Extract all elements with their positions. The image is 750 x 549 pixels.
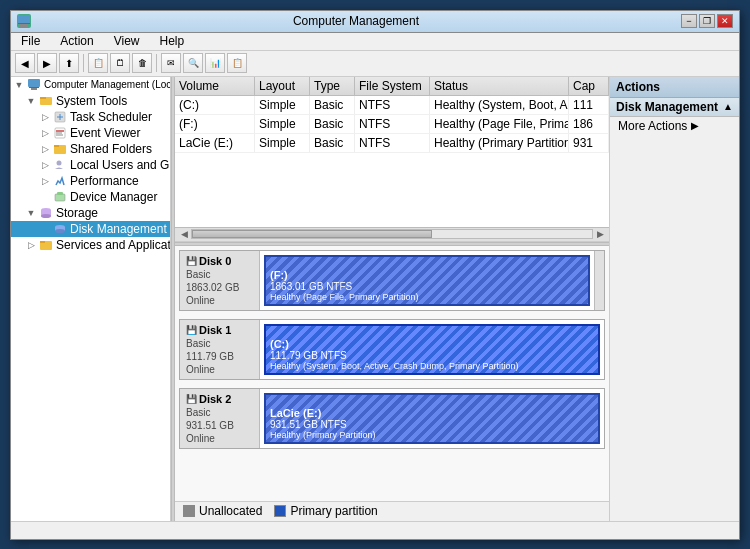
- toolbar: ◀ ▶ ⬆ 📋 🗒 🗑 ✉ 🔍 📊 📋: [11, 51, 739, 77]
- row2-volume: LaCie (E:): [175, 134, 255, 152]
- table-row[interactable]: LaCie (E:) Simple Basic NTFS Healthy (Pr…: [175, 134, 609, 153]
- table-horizontal-scrollbar[interactable]: ◀ ▶: [175, 227, 609, 241]
- disk-1-partitions: (C:) 111.79 GB NTFS Healthy (System, Boo…: [260, 320, 604, 379]
- table-row[interactable]: (F:) Simple Basic NTFS Healthy (Page Fil…: [175, 115, 609, 134]
- scroll-track[interactable]: [191, 229, 593, 239]
- scroll-right-btn[interactable]: ▶: [593, 229, 607, 239]
- task-scheduler-label: Task Scheduler: [70, 110, 152, 124]
- performance-label: Performance: [70, 174, 139, 188]
- actions-more-actions[interactable]: More Actions ▶: [610, 117, 739, 135]
- restore-button[interactable]: ❐: [699, 14, 715, 28]
- storage-expander[interactable]: ▼: [25, 207, 37, 219]
- row1-fs: NTFS: [355, 115, 430, 133]
- services-expander[interactable]: ▷: [25, 239, 37, 251]
- disk-1-row: 💾 Disk 1 Basic 111.79 GB Online (C:) 111…: [179, 319, 605, 380]
- event-viewer-label: Event Viewer: [70, 126, 140, 140]
- scroll-left-btn[interactable]: ◀: [177, 229, 191, 239]
- task-scheduler-expander[interactable]: ▷: [39, 111, 51, 123]
- minimize-button[interactable]: −: [681, 14, 697, 28]
- system-tools-expander[interactable]: ▼: [25, 95, 37, 107]
- col-filesystem[interactable]: File System: [355, 77, 430, 95]
- disk-1-title: Disk 1: [199, 324, 231, 336]
- disk-area-scrollbar[interactable]: [594, 251, 604, 310]
- col-volume[interactable]: Volume: [175, 77, 255, 95]
- toolbar-btn-3[interactable]: 🗑: [132, 53, 152, 73]
- disk-0-partition-0[interactable]: (F:) 1863.01 GB NTFS Healthy (Page File,…: [264, 255, 590, 306]
- partition-name: (F:): [270, 269, 584, 281]
- row0-fs: NTFS: [355, 96, 430, 114]
- tree-item-performance[interactable]: ▷ Performance: [11, 173, 170, 189]
- svg-rect-0: [18, 15, 30, 23]
- toolbar-btn-6[interactable]: 📊: [205, 53, 225, 73]
- table-row[interactable]: (C:) Simple Basic NTFS Healthy (System, …: [175, 96, 609, 115]
- table-header: Volume Layout Type File System Status Ca…: [175, 77, 609, 96]
- tree-item-system-tools[interactable]: ▼ System Tools: [11, 93, 170, 109]
- partition-details: 931.51 GB NTFS: [270, 419, 594, 430]
- device-manager-expander[interactable]: [39, 191, 51, 203]
- toolbar-btn-7[interactable]: 📋: [227, 53, 247, 73]
- disk-0-icon: 💾: [186, 256, 197, 266]
- tree-item-disk-management[interactable]: Disk Management: [11, 221, 170, 237]
- disk-0-label: 💾 Disk 0 Basic 1863.02 GB Online: [180, 251, 260, 310]
- disk-1-icon: 💾: [186, 325, 197, 335]
- col-cap[interactable]: Cap: [569, 77, 609, 95]
- disk-0-type: Basic: [186, 269, 253, 280]
- disk-1-status: Online: [186, 364, 253, 375]
- device-manager-icon: [53, 190, 67, 204]
- window-title: Computer Management: [31, 14, 681, 28]
- menu-action[interactable]: Action: [54, 33, 99, 49]
- event-viewer-expander[interactable]: ▷: [39, 127, 51, 139]
- toolbar-btn-5[interactable]: 🔍: [183, 53, 203, 73]
- shared-folders-expander[interactable]: ▷: [39, 143, 51, 155]
- toolbar-btn-4[interactable]: ✉: [161, 53, 181, 73]
- row2-fs: NTFS: [355, 134, 430, 152]
- root-expander[interactable]: ▼: [13, 79, 25, 91]
- tree-item-event-viewer[interactable]: ▷ Event Viewer: [11, 125, 170, 141]
- row2-status: Healthy (Primary Partition): [430, 134, 569, 152]
- app-icon: [17, 14, 31, 28]
- row2-layout: Simple: [255, 134, 310, 152]
- performance-expander[interactable]: ▷: [39, 175, 51, 187]
- tree-item-services[interactable]: ▷ Services and Applications: [11, 237, 170, 253]
- more-actions-arrow: ▶: [691, 120, 699, 131]
- row1-cap: 186: [569, 115, 609, 133]
- row0-type: Basic: [310, 96, 355, 114]
- menu-file[interactable]: File: [15, 33, 46, 49]
- row2-type: Basic: [310, 134, 355, 152]
- forward-button[interactable]: ▶: [37, 53, 57, 73]
- show-console-tree-button[interactable]: 📋: [88, 53, 108, 73]
- col-layout[interactable]: Layout: [255, 77, 310, 95]
- toolbar-separator-2: [156, 54, 157, 72]
- row0-layout: Simple: [255, 96, 310, 114]
- local-users-icon: [53, 158, 67, 172]
- tree-item-storage[interactable]: ▼ Storage: [11, 205, 170, 221]
- svg-point-22: [41, 214, 51, 218]
- tree-item-shared-folders[interactable]: ▷ Shared Folders: [11, 141, 170, 157]
- svg-rect-2: [18, 23, 30, 24]
- disk-management-expander[interactable]: [39, 223, 51, 235]
- disk-1-partition-0[interactable]: (C:) 111.79 GB NTFS Healthy (System, Boo…: [264, 324, 600, 375]
- col-type[interactable]: Type: [310, 77, 355, 95]
- svg-rect-19: [57, 192, 63, 195]
- tree-item-task-scheduler[interactable]: ▷ Task Scheduler: [11, 109, 170, 125]
- disk-0-partitions: (F:) 1863.01 GB NTFS Healthy (Page File,…: [260, 251, 594, 310]
- tree-root[interactable]: ▼ Computer Management (Local: [11, 77, 170, 93]
- tree-panel: ▼ Computer Management (Local ▼ System To…: [11, 77, 171, 521]
- legend-unallocated: Unallocated: [183, 504, 262, 518]
- toolbar-btn-2[interactable]: 🗒: [110, 53, 130, 73]
- disk-2-partition-0[interactable]: LaCie (E:) 931.51 GB NTFS Healthy (Prima…: [264, 393, 600, 444]
- menu-view[interactable]: View: [108, 33, 146, 49]
- disk-0-size: 1863.02 GB: [186, 282, 253, 293]
- close-button[interactable]: ✕: [717, 14, 733, 28]
- local-users-expander[interactable]: ▷: [39, 159, 51, 171]
- col-status[interactable]: Status: [430, 77, 569, 95]
- scroll-thumb[interactable]: [192, 230, 432, 238]
- legend-unallocated-label: Unallocated: [199, 504, 262, 518]
- system-tools-label: System Tools: [56, 94, 127, 108]
- tree-item-device-manager[interactable]: Device Manager: [11, 189, 170, 205]
- back-button[interactable]: ◀: [15, 53, 35, 73]
- tree-item-local-users[interactable]: ▷ Local Users and Groups: [11, 157, 170, 173]
- menu-help[interactable]: Help: [154, 33, 191, 49]
- up-button[interactable]: ⬆: [59, 53, 79, 73]
- partition-status: Healthy (Primary Partition): [270, 430, 594, 440]
